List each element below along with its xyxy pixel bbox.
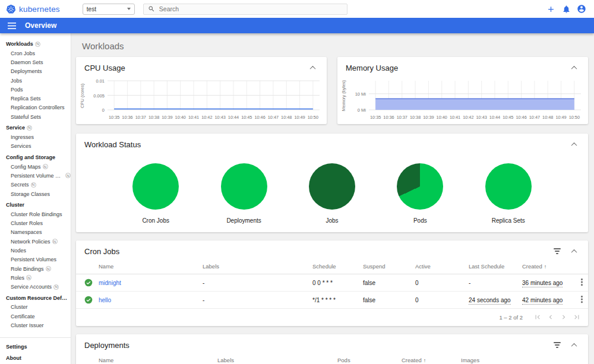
filter-button[interactable] (551, 340, 563, 350)
sidebar-item-label: Service Accounts (11, 284, 52, 290)
status-pie-replica-sets[interactable]: Replica Sets (485, 163, 532, 224)
sidebar-item-ingresses[interactable]: Ingresses (0, 132, 71, 141)
sidebar-item-cluster[interactable]: Cluster (0, 303, 71, 312)
card-title: Memory Usage (346, 64, 398, 72)
namespaced-badge-icon: N (26, 275, 31, 280)
sidebar-section-custom-resource-definitions[interactable]: Custom Resource Definitions (0, 293, 71, 303)
sidebar-item-replica-sets[interactable]: Replica Sets (0, 94, 71, 103)
sidebar-item-cluster-issuer[interactable]: Cluster Issuer (0, 321, 71, 330)
sidebar-item-deployments[interactable]: Deployments (0, 67, 71, 76)
sidebar-section-workloads[interactable]: WorkloadsN (0, 39, 71, 49)
column-header-labels[interactable]: Labels (198, 261, 308, 274)
column-header-name[interactable]: Name (94, 261, 198, 274)
column-header-created[interactable]: Created↑ (517, 261, 573, 274)
column-header-last-schedule[interactable]: Last Schedule (464, 261, 517, 274)
column-header-images[interactable]: Images (456, 354, 573, 364)
chevron-up-icon (571, 343, 577, 349)
sidebar-item-certificate[interactable]: Certificate (0, 312, 71, 321)
brand-name[interactable]: kubernetes (19, 5, 60, 14)
section-label: Config and Storage (6, 154, 55, 160)
x-tick-label: 10:48 (280, 115, 293, 120)
sidebar-item-jobs[interactable]: Jobs (0, 76, 71, 85)
status-pie-pods[interactable]: Pods (397, 163, 443, 224)
search-icon (148, 5, 155, 12)
status-pie-cron-jobs[interactable]: Cron Jobs (132, 163, 179, 224)
sidebar-item-service-accounts[interactable]: Service AccountsN (0, 283, 71, 292)
memory-usage-card: Memory Usage Memory (bytes) 10 Mi0 Mi 10… (337, 57, 588, 124)
labels-cell: - (198, 292, 308, 309)
notifications-bell-icon[interactable] (560, 2, 573, 15)
column-header-schedule[interactable]: Schedule (308, 261, 358, 274)
status-pie-jobs[interactable]: Jobs (309, 163, 355, 224)
namespaced-badge-icon: N (43, 164, 48, 169)
column-header-labels[interactable]: Labels (213, 354, 333, 364)
sidebar-item-cluster-role-bindings[interactable]: Cluster Role Bindings (0, 210, 71, 219)
x-tick-label: 10:44 (227, 115, 240, 120)
column-header-suspend[interactable]: Suspend (358, 261, 410, 274)
status-pie-deployments[interactable]: Deployments (221, 163, 267, 224)
cronjob-name-link[interactable]: hello (99, 297, 111, 303)
sidebar-section-cluster[interactable]: Cluster (0, 200, 71, 210)
search-input[interactable] (159, 5, 343, 12)
sidebar-item-cluster-roles[interactable]: Cluster Roles (0, 219, 71, 227)
collapse-button[interactable] (568, 246, 580, 257)
sidebar-item-network-policies[interactable]: Network PoliciesN (0, 237, 71, 246)
sidebar-item-storage-classes[interactable]: Storage Classes (0, 189, 71, 198)
next-page-icon[interactable] (558, 312, 569, 322)
sidebar-item-cron-jobs[interactable]: Cron Jobs (0, 49, 71, 58)
namespaced-badge-icon: N (52, 239, 58, 244)
collapse-button[interactable] (307, 62, 318, 73)
namespace-select[interactable]: test (83, 4, 135, 15)
deployments-card: Deployments NameLabelsPodsCreated↑Images… (76, 334, 588, 364)
column-header-name[interactable]: Name (94, 354, 213, 364)
hamburger-menu-icon[interactable] (8, 23, 16, 29)
x-tick-label: 10:45 (501, 115, 514, 120)
search-box[interactable] (143, 4, 347, 15)
sidebar-item-secrets[interactable]: SecretsN (0, 181, 71, 189)
cronjob-row[interactable]: hello - */1 * * * * false 0 24 seconds a… (76, 292, 588, 309)
column-header-created[interactable]: Created↑ (397, 354, 456, 364)
sidebar-item-replication-controllers[interactable]: Replication Controllers (0, 103, 71, 112)
sidebar-item-about[interactable]: About (0, 353, 71, 363)
row-menu-icon[interactable] (578, 278, 585, 286)
prev-page-icon[interactable] (545, 312, 556, 322)
collapse-button[interactable] (568, 340, 580, 350)
sidebar-item-persistent-volume-claims[interactable]: Persistent Volume ClaimsN (0, 171, 71, 180)
sidebar-item-pods[interactable]: Pods (0, 85, 71, 94)
y-tick-label: 10 Mi (355, 91, 366, 96)
sidebar-item-settings[interactable]: Settings (0, 342, 71, 352)
kubernetes-logo-icon[interactable] (6, 4, 16, 14)
sidebar-item-persistent-volumes[interactable]: Persistent Volumes (0, 255, 71, 264)
column-header-active[interactable]: Active (410, 261, 464, 274)
sidebar-item-namespaces[interactable]: Namespaces (0, 228, 71, 237)
sidebar-item-role-bindings[interactable]: Role BindingsN (0, 264, 71, 273)
create-plus-icon[interactable] (544, 2, 557, 15)
y-axis-label: CPU (cores) (80, 78, 86, 113)
x-tick-label: 10:37 (396, 115, 409, 120)
sidebar-item-services[interactable]: Services (0, 142, 71, 151)
cronjob-row[interactable]: midnight - 0 0 * * * false 0 - 36 minute… (76, 274, 588, 292)
sidebar-item-daemon-sets[interactable]: Daemon Sets (0, 58, 71, 67)
sidebar-item-config-maps[interactable]: Config MapsN (0, 162, 71, 171)
filter-button[interactable] (551, 246, 563, 257)
user-account-icon[interactable] (575, 2, 588, 15)
sidebar-item-stateful-sets[interactable]: Stateful Sets (0, 112, 71, 121)
sidebar-item-roles[interactable]: RolesN (0, 273, 71, 282)
sidebar-item-label: About (6, 355, 21, 361)
collapse-button[interactable] (568, 139, 580, 150)
pie-label: Cron Jobs (142, 217, 169, 224)
sidebar-section-config-and-storage[interactable]: Config and Storage (0, 153, 71, 162)
x-tick-label: 10:40 (435, 115, 448, 120)
sidebar-item-nodes[interactable]: Nodes (0, 246, 71, 255)
collapse-button[interactable] (568, 62, 580, 73)
section-label: Service (6, 125, 25, 131)
last-page-icon[interactable] (571, 312, 582, 322)
row-menu-icon[interactable] (578, 295, 585, 303)
cronjob-name-link[interactable]: midnight (99, 280, 121, 286)
sidebar-section-service[interactable]: ServiceN (0, 123, 71, 132)
cron-jobs-card: Cron Jobs NameLabelsScheduleSuspendActiv… (76, 240, 588, 326)
x-tick-label: 10:46 (253, 115, 266, 120)
first-page-icon[interactable] (532, 312, 543, 322)
namespaced-badge-icon: N (31, 182, 36, 188)
column-header-pods[interactable]: Pods (333, 354, 397, 364)
